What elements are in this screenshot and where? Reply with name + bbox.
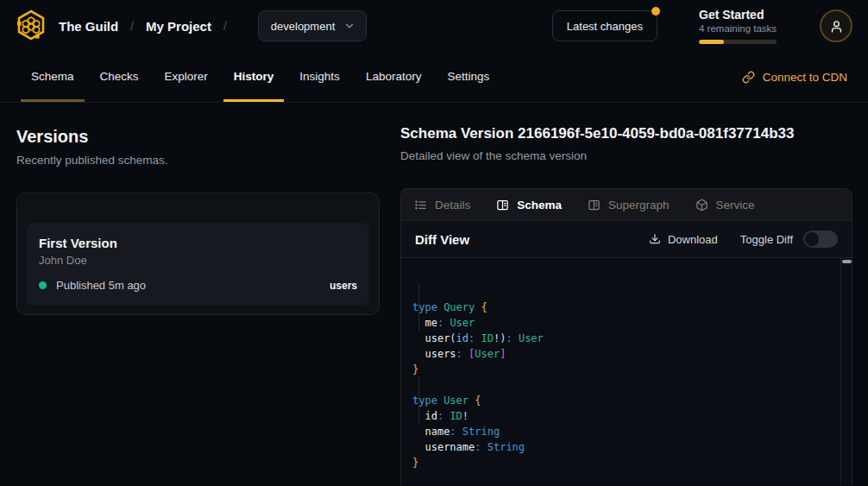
download-button[interactable]: Download <box>649 233 718 246</box>
version-detail-panel: Schema Version 2166196f-5e10-4059-bd0a-0… <box>400 103 868 485</box>
latest-changes-label: Latest changes <box>567 20 643 33</box>
tab-insights[interactable]: Insights <box>289 52 350 102</box>
tab-service[interactable]: Service <box>695 199 755 211</box>
tab-label: History <box>234 70 274 83</box>
app-header: The Guild / My Project / development Lat… <box>0 0 868 52</box>
get-started-widget[interactable]: Get Started 4 remaining tasks <box>699 8 777 44</box>
tab-label: Insights <box>299 70 340 83</box>
tab-label: Supergraph <box>608 199 670 211</box>
toggle-diff-control: Toggle Diff <box>740 230 838 248</box>
get-started-progress-fill <box>699 40 724 44</box>
diff-view-title: Diff View <box>415 232 469 247</box>
published-status-dot <box>39 281 47 289</box>
version-title: First Version <box>39 236 357 250</box>
breadcrumb-separator: / <box>223 19 227 33</box>
versions-title: Versions <box>16 127 380 147</box>
target-select-value: development <box>271 20 335 33</box>
schema-sdl-code-viewer[interactable]: type Query { me: User user(id: ID!): Use… <box>401 258 852 485</box>
download-label: Download <box>668 233 718 246</box>
download-icon <box>649 233 661 245</box>
schema-version-subtitle: Detailed view of the schema version <box>400 149 852 162</box>
version-list-item[interactable]: First Version John Doe Published 5m ago … <box>27 223 369 306</box>
cube-icon <box>695 199 708 211</box>
tab-label: Schema <box>31 70 74 83</box>
header-right-group: Latest changes Get Started 4 remaining t… <box>552 8 852 44</box>
user-avatar[interactable] <box>820 9 852 42</box>
latest-changes-button[interactable]: Latest changes <box>552 10 657 41</box>
project-breadcrumb[interactable]: My Project <box>146 19 211 34</box>
tab-explorer[interactable]: Explorer <box>154 52 218 102</box>
versions-panel: Versions Recently published schemas. Fir… <box>0 103 400 485</box>
chevron-down-icon <box>343 20 355 32</box>
scrollbar-thumb[interactable] <box>842 260 852 263</box>
tab-checks[interactable]: Checks <box>90 52 149 102</box>
tab-label: Service <box>716 199 755 211</box>
user-icon <box>829 19 844 34</box>
tab-laboratory[interactable]: Laboratory <box>355 52 432 102</box>
service-badge: users <box>330 280 357 292</box>
tab-label: Schema <box>517 199 562 211</box>
diff-actions: Download Toggle Diff <box>649 230 838 248</box>
connect-to-cdn-label: Connect to CDN <box>763 71 847 84</box>
versions-list-card: First Version John Doe Published 5m ago … <box>16 193 380 315</box>
target-nav-tabs: Schema Checks Explorer History Insights … <box>0 52 868 103</box>
tab-settings[interactable]: Settings <box>437 52 500 102</box>
columns-icon <box>496 199 509 211</box>
tab-supergraph[interactable]: Supergraph <box>588 199 670 211</box>
main-content: Versions Recently published schemas. Fir… <box>0 103 868 485</box>
list-icon <box>414 199 427 211</box>
tab-details[interactable]: Details <box>414 199 470 211</box>
switch-knob <box>805 232 819 246</box>
link-icon <box>742 71 755 84</box>
tab-label: Settings <box>447 70 489 83</box>
version-status-text: Published 5m ago <box>56 279 146 292</box>
tab-label: Explorer <box>165 70 208 83</box>
target-select-dropdown[interactable]: development <box>258 10 367 41</box>
get-started-subtitle: 4 remaining tasks <box>699 23 777 34</box>
code-scrollbar[interactable] <box>840 258 852 485</box>
detail-tabs: Details Schema Supergraph Service <box>401 189 852 221</box>
get-started-title: Get Started <box>699 8 777 22</box>
indent-guide <box>418 284 419 331</box>
toggle-diff-switch[interactable] <box>803 230 838 248</box>
tab-label: Laboratory <box>366 70 422 83</box>
org-breadcrumb[interactable]: The Guild <box>59 19 118 34</box>
tab-schema[interactable]: Schema <box>21 52 85 102</box>
toggle-diff-label: Toggle Diff <box>740 233 793 246</box>
schema-detail-card: Details Schema Supergraph Service Diff V… <box>400 188 852 485</box>
connect-to-cdn-button[interactable]: Connect to CDN <box>742 52 847 102</box>
guild-logo-icon[interactable] <box>14 8 48 45</box>
tab-label: Details <box>435 199 470 211</box>
versions-subtitle: Recently published schemas. <box>16 154 380 167</box>
get-started-progressbar <box>699 40 777 44</box>
schema-version-title: Schema Version 2166196f-5e10-4059-bd0a-0… <box>400 125 852 142</box>
notification-dot <box>651 7 660 16</box>
tab-history[interactable]: History <box>223 52 285 102</box>
tab-label: Checks <box>100 70 139 83</box>
version-author: John Doe <box>39 254 357 267</box>
columns-icon <box>588 199 601 211</box>
version-status-row: Published 5m ago users <box>39 279 357 292</box>
indent-guide <box>418 377 419 424</box>
breadcrumb-separator: / <box>130 19 134 33</box>
diff-view-header: Diff View Download Toggle Diff <box>401 221 852 258</box>
code-content: type Query { me: User user(id: ID!): Use… <box>412 300 834 470</box>
tab-schema-view[interactable]: Schema <box>496 199 562 211</box>
